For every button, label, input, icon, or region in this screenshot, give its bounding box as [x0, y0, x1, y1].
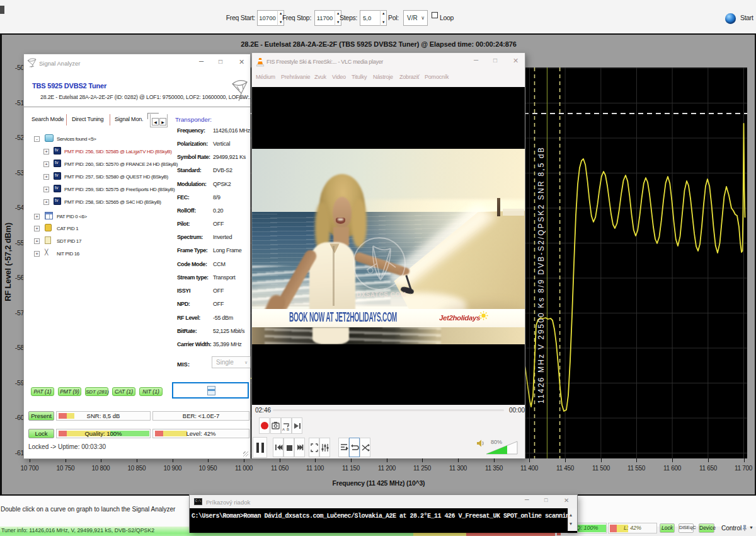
- svg-text:80%: 80%: [491, 439, 502, 445]
- svg-text:11426 MHz V 29500 Ks 8/9 DVB-S: 11426 MHz V 29500 Ks 8/9 DVB-S2/QPSK2 SN…: [537, 146, 546, 404]
- svg-text:B: B: [287, 428, 289, 431]
- svg-text:asia: asia: [239, 96, 245, 100]
- svg-text:A: A: [282, 428, 285, 431]
